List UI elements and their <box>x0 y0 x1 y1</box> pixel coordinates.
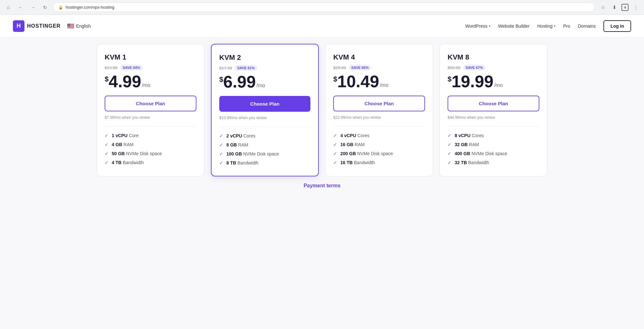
plan-pricing-row: $59.99 SAVE 67% <box>448 65 539 70</box>
plan-card-kvm1: KVM 1 $13.99 SAVE 64% $ 4.99 /mo Choose … <box>97 44 204 176</box>
price-amount: 10.49 <box>337 73 379 90</box>
nav-domains[interactable]: Domains <box>578 24 596 29</box>
plan-price: $ 10.49 /mo <box>333 73 425 90</box>
feature-item: ✓ 100 GB NVMe Disk space <box>219 151 310 156</box>
reload-button[interactable]: ↻ <box>41 3 50 12</box>
language-label: English <box>76 24 91 29</box>
check-icon: ✓ <box>105 160 109 165</box>
feature-item: ✓ 8 vCPU Cores <box>448 133 539 138</box>
feature-item: ✓ 4 vCPU Cores <box>333 133 425 138</box>
feature-item: ✓ 32 TB Bandwidth <box>448 160 539 165</box>
features-list: ✓ 2 vCPU Cores ✓ 8 GB RAM ✓ 100 GB NVMe … <box>219 133 310 165</box>
check-icon: ✓ <box>333 133 337 138</box>
check-icon: ✓ <box>333 151 337 156</box>
payment-terms-section: Payment terms <box>13 176 631 189</box>
check-icon: ✓ <box>219 160 223 165</box>
choose-plan-button[interactable]: Choose Plan <box>333 96 425 111</box>
features-list: ✓ 4 vCPU Cores ✓ 16 GB RAM ✓ 200 GB NVMe… <box>333 133 425 165</box>
features-list: ✓ 1 vCPU Core ✓ 4 GB RAM ✓ 50 GB NVMe Di… <box>105 133 196 165</box>
back-button[interactable]: ← <box>16 3 25 12</box>
logo-icon: H <box>13 20 24 32</box>
forward-button[interactable]: → <box>28 3 37 12</box>
tab-count-badge[interactable]: 4 <box>621 4 629 11</box>
bookmark-button[interactable]: ☆ <box>598 3 607 12</box>
price-amount: 4.99 <box>109 73 141 90</box>
site-header: H HOSTINGER 🇺🇸 English WordPress ▾ Websi… <box>0 15 644 37</box>
feature-item: ✓ 4 GB RAM <box>105 142 196 147</box>
nav-pro[interactable]: Pro <box>563 24 570 29</box>
price-suffix: /mo <box>494 83 503 88</box>
price-amount: 6.99 <box>223 73 256 90</box>
feature-item: ✓ 2 vCPU Cores <box>219 133 310 138</box>
plan-card-kvm4: KVM 4 $29.99 SAVE 65% $ 10.49 /mo Choose… <box>325 44 433 176</box>
choose-plan-button[interactable]: Choose Plan <box>219 96 310 112</box>
save-badge: SAVE 61% <box>235 65 257 71</box>
check-icon: ✓ <box>448 151 451 156</box>
language-selector[interactable]: 🇺🇸 English <box>67 23 91 30</box>
renew-price: $44.99/mo when you renew <box>448 115 539 120</box>
browser-actions: ☆ ⬇ 4 ⋮ <box>598 3 640 12</box>
address-bar[interactable]: 🔒 hostinger.com/vps-hosting <box>53 3 595 12</box>
plan-card-kvm8: KVM 8 $59.99 SAVE 67% $ 19.99 /mo Choose… <box>440 44 547 176</box>
price-dollar-sign: $ <box>333 76 337 83</box>
feature-item: ✓ 200 GB NVMe Disk space <box>333 151 425 156</box>
renew-price: $10.99/mo when you renew <box>219 116 310 120</box>
features-list: ✓ 8 vCPU Cores ✓ 32 GB RAM ✓ 400 GB NVMe… <box>448 133 539 165</box>
header-nav: WordPress ▾ Website Builder Hosting ▾ Pr… <box>465 20 631 32</box>
url-text: hostinger.com/vps-hosting <box>66 5 114 10</box>
check-icon: ✓ <box>219 133 223 138</box>
payment-terms-link[interactable]: Payment terms <box>304 183 341 188</box>
check-icon: ✓ <box>448 133 451 138</box>
header-left: H HOSTINGER 🇺🇸 English <box>13 20 91 32</box>
nav-hosting[interactable]: Hosting ▾ <box>537 24 555 29</box>
check-icon: ✓ <box>105 151 109 156</box>
check-icon: ✓ <box>333 142 337 147</box>
plan-price: $ 19.99 /mo <box>448 73 539 90</box>
browser-chrome: ⌂ ← → ↻ 🔒 hostinger.com/vps-hosting ☆ ⬇ … <box>0 0 644 15</box>
check-icon: ✓ <box>448 160 451 165</box>
price-suffix: /mo <box>380 83 388 88</box>
feature-item: ✓ 8 TB Bandwidth <box>219 160 310 165</box>
security-icon: 🔒 <box>58 5 63 10</box>
logo-link[interactable]: H HOSTINGER <box>13 20 61 32</box>
choose-plan-button[interactable]: Choose Plan <box>105 96 196 111</box>
choose-plan-button[interactable]: Choose Plan <box>448 96 539 111</box>
feature-item: ✓ 16 TB Bandwidth <box>333 160 425 165</box>
feature-item: ✓ 400 GB NVMe Disk space <box>448 151 539 156</box>
check-icon: ✓ <box>105 142 109 147</box>
plans-grid: KVM 1 $13.99 SAVE 64% $ 4.99 /mo Choose … <box>97 44 547 176</box>
main-content: KVM 1 $13.99 SAVE 64% $ 4.99 /mo Choose … <box>0 37 644 324</box>
renew-price: $7.99/mo when you renew <box>105 115 196 120</box>
logo-text: HOSTINGER <box>27 23 61 29</box>
price-dollar-sign: $ <box>105 76 109 83</box>
plan-pricing-row: $29.99 SAVE 65% <box>333 65 425 70</box>
nav-wordpress[interactable]: WordPress ▾ <box>465 24 490 29</box>
feature-item: ✓ 16 GB RAM <box>333 142 425 147</box>
check-icon: ✓ <box>219 142 223 147</box>
feature-item: ✓ 8 GB RAM <box>219 142 310 147</box>
plan-divider <box>105 126 196 127</box>
nav-website-builder[interactable]: Website Builder <box>498 24 530 29</box>
chevron-down-icon: ▾ <box>489 24 490 28</box>
price-dollar-sign: $ <box>448 76 451 83</box>
plan-price: $ 4.99 /mo <box>105 73 196 90</box>
plan-divider <box>219 127 310 127</box>
save-badge: SAVE 65% <box>349 65 371 70</box>
feature-item: ✓ 32 GB RAM <box>448 142 539 147</box>
original-price: $59.99 <box>448 65 460 70</box>
plan-name: KVM 2 <box>219 53 310 62</box>
save-badge: SAVE 64% <box>120 65 143 70</box>
price-amount: 19.99 <box>451 73 493 90</box>
price-suffix: /mo <box>256 83 265 88</box>
feature-item: ✓ 1 vCPU Core <box>105 133 196 138</box>
home-button[interactable]: ⌂ <box>4 3 13 12</box>
plan-price: $ 6.99 /mo <box>219 73 310 90</box>
check-icon: ✓ <box>105 133 109 138</box>
menu-button[interactable]: ⋮ <box>631 3 640 12</box>
renew-price: $22.99/mo when you renew <box>333 115 425 120</box>
original-price: $29.99 <box>333 65 346 70</box>
login-button[interactable]: Log in <box>603 20 631 32</box>
plan-card-kvm2: KVM 2 $17.99 SAVE 61% $ 6.99 /mo Choose … <box>211 44 319 176</box>
download-button[interactable]: ⬇ <box>610 3 619 12</box>
original-price: $17.99 <box>219 66 232 70</box>
